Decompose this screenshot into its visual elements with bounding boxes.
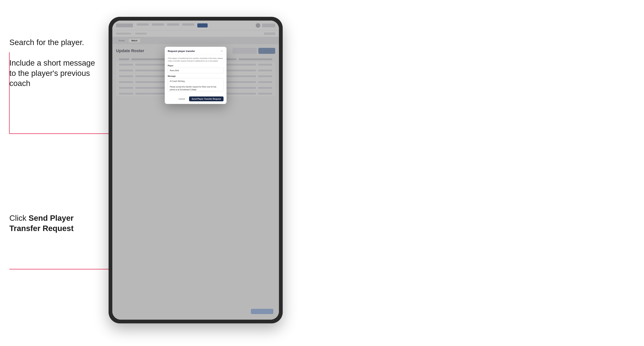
annotation-message: Include a short message to the player's …: [9, 58, 103, 89]
modal-body: If the player is transferring from anoth…: [165, 55, 226, 96]
modal-title: Request player transfer: [168, 50, 195, 52]
annotation-search: Search for the player.: [9, 37, 84, 48]
send-transfer-request-button[interactable]: Send Player Transfer Request: [189, 96, 224, 101]
app-screen: › Roster Match Update Roster: [112, 20, 279, 320]
modal-description: If the player is transferring from anoth…: [168, 57, 224, 62]
modal-header: Request player transfer ×: [165, 47, 226, 55]
player-input[interactable]: [168, 68, 224, 73]
message-textarea[interactable]: [168, 78, 224, 91]
modal-overlay: Request player transfer × If the player …: [112, 20, 279, 320]
tablet-device: › Roster Match Update Roster: [108, 17, 283, 323]
message-label: Message: [168, 75, 224, 77]
player-label: Player: [168, 65, 224, 67]
modal-close-button[interactable]: ×: [220, 49, 224, 53]
bottom-area: [251, 309, 273, 314]
transfer-request-modal: Request player transfer × If the player …: [165, 47, 226, 104]
modal-footer: Cancel Send Player Transfer Request: [165, 96, 226, 104]
annotation-click: Click Send Player Transfer Request: [9, 213, 88, 233]
bottom-action-button[interactable]: [251, 309, 273, 314]
cancel-button[interactable]: Cancel: [176, 96, 188, 101]
